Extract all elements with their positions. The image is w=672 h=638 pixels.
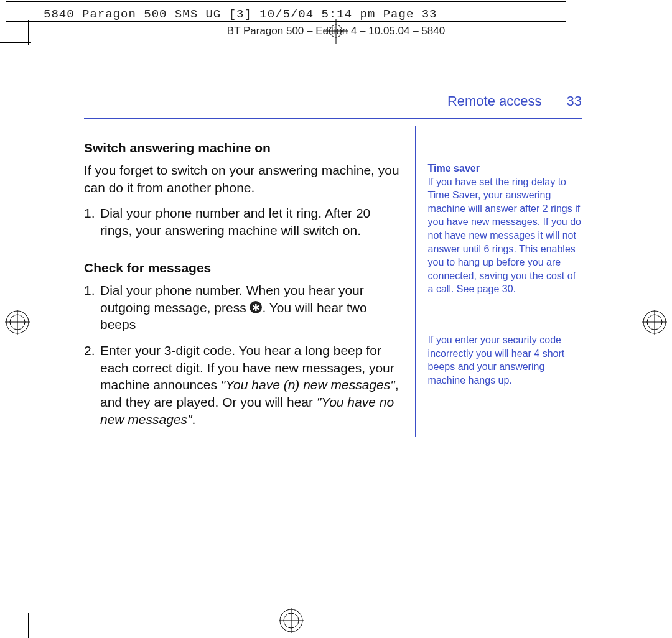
- sidebar-heading: Time saver: [428, 162, 582, 175]
- crop-mark: [0, 613, 31, 613]
- sidebar-text: If you have set the ring delay to Time S…: [428, 175, 582, 296]
- section-title: Remote access: [447, 93, 542, 109]
- crop-mark: [0, 42, 31, 43]
- sidebar-text: If you enter your security code incorrec…: [428, 333, 582, 387]
- svg-point-12: [280, 609, 302, 632]
- list-item: 1. Dial your phone number and let it rin…: [84, 205, 401, 239]
- body-text: If you forget to switch on your answerin…: [84, 162, 401, 196]
- sidebar-column: Time saver If you have set the ring dela…: [416, 126, 582, 437]
- svg-point-4: [647, 315, 662, 330]
- svg-point-0: [10, 315, 25, 330]
- page-body: Remote access 33 Switch answering machin…: [84, 93, 582, 437]
- star-key-icon: ✱: [250, 301, 262, 313]
- list-text: Dial your phone number and let it ring. …: [100, 205, 401, 239]
- print-header-rule-top: [6, 1, 566, 2]
- list-item: 2. Enter your 3-digit code. You hear a l…: [84, 342, 401, 428]
- list-text-part: .: [192, 412, 196, 427]
- heading-check-messages: Check for messages: [84, 261, 401, 275]
- crop-mark: [28, 613, 29, 638]
- list-number: 2.: [84, 342, 100, 428]
- announcement-text: "You have (n) new messages": [221, 377, 395, 392]
- print-header-rule-bottom: [6, 21, 566, 22]
- crop-mark: [28, 20, 29, 45]
- registration-mark-icon: [279, 608, 304, 633]
- page-header: Remote access 33: [84, 93, 582, 109]
- svg-point-11: [284, 613, 299, 628]
- list-number: 1.: [84, 282, 100, 333]
- running-header: BT Paragon 500 – Edition 4 – 10.05.04 – …: [0, 25, 672, 37]
- registration-mark-icon: [642, 310, 667, 335]
- header-rule: [84, 118, 582, 119]
- registration-mark-icon: [5, 310, 30, 335]
- list-number: 1.: [84, 205, 100, 239]
- heading-switch-on: Switch answering machine on: [84, 141, 401, 155]
- print-slug: 5840 Paragon 500 SMS UG [3] 10/5/04 5:14…: [44, 7, 437, 21]
- list-text: Dial your phone number. When you hear yo…: [100, 282, 401, 333]
- list-item: 1. Dial your phone number. When you hear…: [84, 282, 401, 333]
- main-column: Switch answering machine on If you forge…: [84, 126, 416, 437]
- svg-point-5: [643, 311, 666, 333]
- list-text: Enter your 3-digit code. You hear a long…: [100, 342, 401, 428]
- svg-point-1: [6, 311, 29, 333]
- columns: Switch answering machine on If you forge…: [84, 126, 582, 437]
- page-number: 33: [567, 93, 582, 109]
